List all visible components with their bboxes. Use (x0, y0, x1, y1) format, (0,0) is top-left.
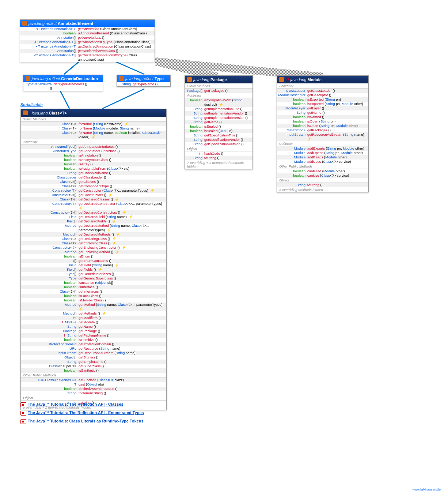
method-row: Class<?>forName (String className) ‌ ⚡ (21, 122, 166, 126)
method-row: ModuleaddExports (String pn, Module othe… (277, 146, 368, 151)
method-row: StringgetName () (185, 120, 253, 124)
box-header: java.lang.reflect.GenericDeclaration (23, 75, 103, 82)
type-box: java.lang.reflect.Type StringgetTypeName… (117, 75, 171, 87)
method-row: booleancanRead (Module other) (277, 169, 368, 173)
method-row: AnnotatedTypegetAnnotatedSuperclass () (21, 149, 166, 153)
method-row: T[]getEnumConstants () (21, 259, 166, 263)
method-row: Field[]getDeclaredFields () ‌ ⚡ (21, 219, 166, 223)
method-row: ProtectionDomaingetProtectionDomain () (21, 342, 166, 346)
method-row: ! ModulegetModule () (21, 320, 166, 324)
method-row: Constructor<T>getDeclaredConstructor (Cl… (21, 202, 166, 210)
method-row: Annotation[]getAnnotations () (20, 35, 155, 40)
annotated-element-box: java.lang.reflect.AnnotatedElement <T ex… (20, 19, 155, 62)
method-row: FieldgetDeclaredField (String name) ‌ ⚡ (21, 215, 166, 219)
tutorial-link[interactable]: The Java™ Tutorials: The Reflection API … (20, 402, 124, 407)
method-row: Class<?>[]getClasses () (21, 180, 166, 184)
credit: www.falkhausen.de (412, 488, 441, 491)
method-row: Constructor<?>getEnclosingConstructor ()… (21, 245, 166, 250)
method-row: Class<?>forName (String name, boolean in… (21, 131, 166, 139)
method-row: AnnotatedType[]getAnnotatedInterfaces () (21, 144, 166, 149)
class-name: Type (155, 76, 164, 81)
method-row: intgetModifiers () (21, 316, 166, 320)
hidden-methods-note: 3 overriding methods hidden (277, 187, 368, 192)
method-row: Class<?>getComponentType () (21, 184, 166, 188)
method-row: Constructor<?>[]getDeclaredConstructors … (21, 210, 166, 215)
method-row: StringgetSpecificationVendor () (185, 138, 253, 142)
package-name: java.lang.reflect. (29, 21, 58, 26)
method-row: booleancanUse (Class<?> service) (277, 173, 368, 178)
method-row: Tcast (Object obj) (21, 382, 166, 387)
method-row: StringtoGenericString () (21, 391, 166, 395)
interface-icon (119, 76, 124, 81)
section-header: Other Public Methods (277, 164, 368, 169)
svg-line-7 (59, 89, 69, 109)
method-row: booleanisExported (String pn, Module oth… (277, 102, 368, 106)
method-row: Class<?>[]getInterfaces () (21, 289, 166, 294)
method-row: ! Class<?>forName (Module module, String… (21, 126, 166, 131)
method-row: PackagegetPackage () (21, 329, 166, 333)
method-row: Field[]getFields () ‌ ⚡ (21, 267, 166, 272)
method-row: booleanisMemberClass () (21, 298, 166, 303)
method-row: Set<String>getPackages () (277, 128, 368, 132)
method-row: booleanisNamed () (277, 115, 368, 119)
class-icon (23, 110, 28, 115)
box-header: ! !java.lang.Module (277, 76, 368, 83)
method-row: ModuleDescriptorgetDescriptor () (277, 93, 368, 97)
tutorial-link[interactable]: The Java™ Tutorials: Class Literals as R… (20, 419, 144, 424)
method-row: StringgetImplementationVersion () (185, 116, 253, 120)
method-row: StringgetImplementationTitle () (185, 107, 253, 111)
method-row: ClassLoadergetClassLoader () (277, 89, 368, 93)
package-name: java.lang.reflect. (125, 76, 155, 81)
section-header: Accessor (185, 93, 253, 98)
method-row: booleanisEnum () (21, 254, 166, 259)
oracle-icon (20, 411, 26, 416)
method-row: Package[]getPackages () (185, 89, 253, 93)
method-row: StringgetSimpleName () (21, 360, 166, 364)
method-row: TypeVariable<?> []getTypeParameters () (23, 82, 103, 91)
method-row: Constructor<T>getConstructor (Class<?>..… (21, 188, 166, 193)
package-name: java.lang.reflect. (32, 76, 61, 81)
method-row: booleanisAnnotation () (21, 153, 166, 158)
package-box: java.lang.Package Static MethodsPackage[… (185, 75, 253, 169)
method-row: URLgetResource (String name) (21, 346, 166, 351)
class-icon (187, 77, 192, 82)
method-row: booleanisSealed () (185, 124, 253, 129)
method-row: Annotation[]getDeclaredAnnotations () (20, 49, 155, 53)
box-header: java.lang.reflect.Type (117, 75, 170, 82)
method-row: ModuleaddOpens (String pn, Module other) (277, 151, 368, 155)
tutorial-link[interactable]: The Java™ Tutorials: The Reflection API … (20, 410, 144, 416)
method-row: Object[]getSigners () (21, 355, 166, 360)
module-box: ! !java.lang.Module AccessorClassLoaderg… (277, 75, 369, 192)
method-row: StringgetSpecificationVersion () (185, 142, 253, 146)
method-row: <T extends Annotation> T[]getDeclaredAnn… (20, 53, 155, 62)
method-row: StringtoString () (277, 183, 368, 187)
method-row: Method[]getMethods () ‌ ⚡ (21, 311, 166, 316)
section-header: Collector (277, 141, 368, 146)
method-row: <T extends Annotation> TgetAnnotation (C… (20, 27, 155, 31)
method-row: booleandesiredAssertionStatus () (21, 387, 166, 391)
section-header: Static Methods (21, 117, 166, 122)
method-row: StringgetName () (277, 110, 368, 115)
box-header: java.lang.Package (185, 76, 253, 83)
method-row: booleanisExported (String pn) (277, 97, 368, 102)
method-row: MethodgetMethod (String name, Class<?>..… (21, 303, 166, 311)
interface-icon (26, 76, 30, 81)
method-row: Class<? super T>getSuperclass () (21, 364, 166, 368)
method-row: ClassLoadergetClassLoader () (21, 175, 166, 180)
method-row: Class<?>[]getDeclaredClasses () ‌ ⚡ (21, 197, 166, 202)
method-row: MethodgetEnclosingMethod () ‌ ⚡ (21, 250, 166, 254)
section-header: Object (277, 178, 368, 183)
method-row: booleanisInterface () (21, 285, 166, 289)
method-row: InputStreamgetResourceAsStream (String n… (277, 132, 368, 141)
method-row: <U> Class<? extends U>asSubclass (Class<… (21, 378, 166, 382)
method-row: booleanisSynthetic () (21, 368, 166, 373)
section-header: Object (185, 146, 253, 151)
method-row: StringgetSpecificationTitle () (185, 133, 253, 138)
section-header: Other Public Methods (21, 373, 166, 378)
method-row: Class<?>getEnclosingClass () ‌ ⚡ (21, 241, 166, 245)
method-row: MethodgetDeclaredMethod (String name, Cl… (21, 223, 166, 232)
generic-declaration-box: java.lang.reflect.GenericDeclaration Typ… (23, 75, 103, 91)
class-name: GenericDeclaration (61, 76, 98, 81)
method-row: StringtoString () (185, 156, 253, 160)
method-row: booleanisAnnotationPresent (Class annota… (20, 31, 155, 35)
